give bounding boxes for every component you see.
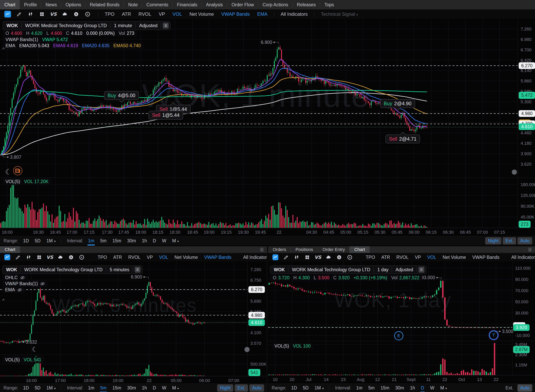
indicator-button-net-volume[interactable]: Net Volume [171, 255, 201, 260]
interval-label[interactable]: 5 minutes [106, 266, 133, 274]
indicator-button-rvol[interactable]: RVOL [125, 255, 144, 260]
scroll-handle[interactable] [512, 170, 517, 175]
indicator-button-net-volume[interactable]: Net Volume [440, 255, 469, 260]
menu-item-financials[interactable]: Financials [173, 0, 202, 9]
tab-chart[interactable]: Chart [350, 246, 370, 253]
moon-icon[interactable]: ☾ [5, 168, 12, 176]
range-option-1m[interactable]: 1M▾ [43, 385, 58, 391]
indicator-button-tpo[interactable]: TPO [95, 255, 110, 260]
indicator-button-ema[interactable]: EMA [254, 11, 271, 17]
menu-item-comments[interactable]: Comments [142, 0, 173, 9]
indicator-button-atr[interactable]: ATR [110, 255, 125, 260]
menu-item-order-flow[interactable]: Order Flow [227, 0, 258, 9]
menu-item-releases[interactable]: Releases [293, 0, 320, 9]
menu-item-related-bonds[interactable]: Related Bonds [85, 0, 124, 9]
range-option-1d[interactable]: 1D [20, 385, 32, 391]
interval-option-1h[interactable]: 1h [139, 238, 150, 243]
all-indicators-button[interactable]: All Indicators [508, 255, 535, 260]
volume-indicator-name[interactable]: VOL(5) [5, 179, 20, 184]
menu-item-profile[interactable]: Profile [20, 0, 41, 9]
auto-button[interactable]: Auto [249, 384, 264, 392]
menu-item-news[interactable]: News [41, 0, 61, 9]
line-chart-icon[interactable] [272, 254, 278, 260]
cloud-icon[interactable] [62, 11, 68, 18]
indicator-button-vwap-bands[interactable]: VWAP Bands [201, 255, 234, 260]
replay-d-icon[interactable] [84, 11, 91, 18]
range-option-5d[interactable]: 5D [32, 385, 43, 391]
eye-off-icon[interactable] [20, 275, 25, 280]
range-option-1d[interactable]: 1D [288, 385, 300, 391]
news-icon[interactable] [13, 166, 23, 177]
hamburger-icon[interactable]: ☰ [528, 247, 532, 252]
replay-d-icon[interactable] [347, 254, 353, 260]
candlestick-icon[interactable] [26, 254, 32, 260]
line-chart-icon[interactable] [4, 11, 11, 18]
interval-option-w[interactable]: W [159, 385, 169, 391]
night-button[interactable]: Night [217, 384, 233, 392]
interval-option-30m[interactable]: 30m [124, 238, 139, 243]
moon-icon[interactable]: ☾ [32, 345, 38, 353]
indicator-button-rvol[interactable]: RVOL [393, 255, 412, 260]
adjusted-label[interactable]: Adjusted [136, 21, 161, 30]
draw-pencil-icon[interactable] [16, 11, 22, 18]
compare-vs-icon[interactable]: VS [47, 254, 53, 260]
interval-option-1m[interactable]: 1m [353, 385, 365, 391]
menu-item-options[interactable]: Options [61, 0, 85, 9]
snapshot-s-icon[interactable]: S [336, 254, 342, 260]
candlestick-icon[interactable] [294, 254, 300, 260]
symbol-label[interactable]: WOK [270, 266, 288, 274]
indicator-button-atr[interactable]: ATR [118, 11, 135, 17]
snapshot-s-icon[interactable]: S [73, 11, 80, 18]
interval-option-1h[interactable]: 1h [407, 385, 418, 391]
interval-option-1h[interactable]: 1h [139, 385, 150, 391]
interval-option-30m[interactable]: 30m [124, 385, 139, 391]
range-option-1m[interactable]: 1M▾ [43, 238, 58, 243]
snapshot-s-icon[interactable]: S [68, 254, 74, 260]
interval-option-30m[interactable]: 30m [392, 385, 407, 391]
interval-option-m[interactable]: M▾ [437, 385, 450, 391]
interval-option-d[interactable]: D [150, 238, 159, 243]
indicator-button-vol[interactable]: VOL [169, 11, 186, 17]
indicator-button-tpo[interactable]: TPO [363, 255, 378, 260]
event-marker-t[interactable]: T [489, 331, 498, 340]
menu-item-note[interactable]: Note [124, 0, 142, 9]
ext-button[interactable]: Ext. [503, 237, 516, 244]
interval-option-w[interactable]: W [159, 238, 169, 243]
ema-indicator-name[interactable]: EMA [5, 43, 15, 48]
interval-option-15m[interactable]: 15m [109, 385, 124, 391]
indicator-button-tpo[interactable]: TPO [101, 11, 118, 17]
indicator-button-atr[interactable]: ATR [378, 255, 393, 260]
interval-option-m[interactable]: M▾ [169, 385, 182, 391]
interval-option-1m[interactable]: 1m [85, 238, 97, 243]
menu-item-chart[interactable]: Chart [0, 0, 20, 9]
collapse-caret-icon[interactable]: ^ [2, 47, 5, 52]
indicator-button-vp[interactable]: VP [412, 255, 424, 260]
range-option-1m[interactable]: 1M▾ [312, 385, 327, 391]
layout-grid-icon[interactable] [304, 254, 310, 260]
interval-label[interactable]: 1 minute [110, 21, 136, 30]
indicator-button-vp[interactable]: VP [155, 11, 169, 17]
indicator-button-vwap-bands[interactable]: VWAP Bands [469, 255, 502, 260]
range-option-5d[interactable]: 5D [300, 385, 312, 391]
symbol-label[interactable]: WOK [3, 266, 21, 274]
chart-menu-icon[interactable]: ☰ [418, 267, 424, 273]
interval-option-w[interactable]: W [427, 385, 437, 391]
layout-grid-icon[interactable] [38, 11, 45, 18]
interval-option-d[interactable]: D [150, 385, 159, 391]
indicator-button-net-volume[interactable]: Net Volume [186, 11, 218, 17]
technical-signal-dropdown[interactable]: Technical Signal▾ [317, 11, 362, 17]
hamburger-icon[interactable]: ☰ [260, 247, 264, 252]
all-indicators-button[interactable]: All Indicators [240, 255, 267, 260]
interval-option-d[interactable]: D [418, 385, 427, 391]
indicator-button-vol[interactable]: VOL [156, 255, 171, 260]
scroll-handle[interactable] [245, 347, 250, 352]
compare-vs-icon[interactable]: VS [50, 11, 57, 18]
interval-label[interactable]: 1 day [374, 266, 392, 274]
auto-button[interactable]: Auto [517, 237, 532, 244]
eye-off-icon[interactable] [40, 281, 45, 286]
replay-d-icon[interactable] [79, 254, 85, 260]
layout-grid-icon[interactable] [36, 254, 42, 260]
menu-item-corp-actions[interactable]: Corp Actions [258, 0, 293, 9]
interval-option-5m[interactable]: 5m [365, 385, 378, 391]
interval-option-5m[interactable]: 5m [97, 385, 109, 391]
